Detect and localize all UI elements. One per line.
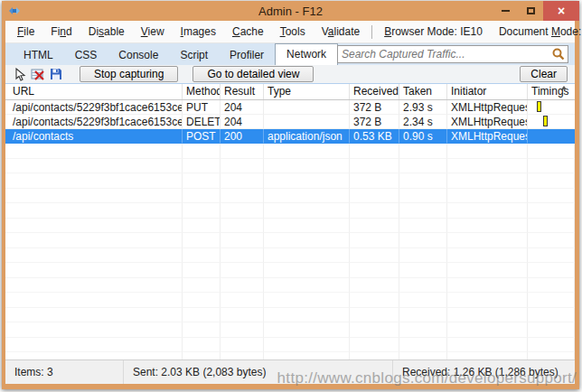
minimize-button[interactable] bbox=[493, 1, 518, 21]
menu-item-validate[interactable]: Validate bbox=[314, 25, 369, 38]
cell-timings bbox=[528, 100, 575, 115]
search-icon[interactable] bbox=[551, 47, 566, 61]
titlebar[interactable]: Admin - F12 × bbox=[2, 1, 579, 21]
empty-cell bbox=[221, 233, 264, 248]
empty-cell bbox=[5, 248, 183, 264]
menu-item-view[interactable]: View bbox=[133, 25, 173, 38]
empty-grid-row bbox=[5, 338, 575, 353]
empty-cell bbox=[221, 308, 264, 323]
clear-entries-icon[interactable] bbox=[29, 67, 47, 82]
tab-css[interactable]: CSS bbox=[64, 46, 108, 65]
menu-item-tools[interactable]: Tools bbox=[272, 25, 314, 38]
status-bar: Items: 3 Sent: 2.03 KB (2,083 bytes) Rec… bbox=[5, 359, 575, 384]
empty-cell bbox=[350, 278, 399, 294]
empty-cell bbox=[264, 352, 350, 359]
column-header-type[interactable]: Type bbox=[264, 84, 350, 99]
menu-item-browser-mode[interactable]: Browser Mode: IE10 bbox=[376, 25, 491, 38]
cell-initiator: XMLHttpRequest bbox=[447, 115, 528, 129]
empty-cell bbox=[5, 233, 183, 248]
tab-script[interactable]: Script bbox=[169, 46, 219, 65]
sort-ascending-icon bbox=[561, 86, 567, 89]
cell-result: 204 bbox=[221, 100, 264, 115]
empty-cell bbox=[350, 173, 399, 189]
stop-capturing-button[interactable]: Stop capturing bbox=[80, 66, 178, 82]
tab-html[interactable]: HTML bbox=[13, 46, 64, 65]
menu-item-document-mode[interactable]: Document Mode: Standards bbox=[491, 25, 582, 38]
column-header-method[interactable]: Method bbox=[183, 84, 221, 99]
empty-cell bbox=[399, 189, 447, 204]
column-header-taken[interactable]: Taken bbox=[399, 84, 447, 99]
cell-received: 372 B bbox=[350, 115, 399, 129]
empty-grid-row bbox=[5, 203, 575, 219]
empty-cell bbox=[264, 233, 350, 248]
menu-separator bbox=[371, 25, 372, 39]
empty-cell bbox=[221, 278, 264, 294]
empty-cell bbox=[221, 173, 264, 189]
empty-cell bbox=[350, 248, 399, 264]
empty-cell bbox=[399, 233, 447, 248]
empty-cell bbox=[528, 144, 575, 159]
empty-cell bbox=[528, 233, 575, 248]
empty-cell bbox=[528, 219, 575, 234]
empty-cell bbox=[221, 248, 264, 264]
maximize-icon bbox=[527, 7, 535, 14]
column-header-timings[interactable]: Timings bbox=[528, 84, 575, 99]
column-header-initiator[interactable]: Initiator bbox=[447, 84, 528, 99]
tab-console[interactable]: Console bbox=[108, 46, 169, 65]
empty-cell bbox=[5, 263, 183, 278]
empty-cell bbox=[350, 233, 399, 248]
select-element-pointer-icon[interactable] bbox=[11, 67, 29, 82]
empty-cell bbox=[5, 278, 183, 294]
empty-cell bbox=[221, 263, 264, 278]
empty-grid-row bbox=[5, 159, 575, 174]
tab-strip: HTMLCSSConsoleScriptProfilerNetwork bbox=[5, 43, 575, 65]
empty-cell bbox=[350, 338, 399, 353]
column-header-url[interactable]: URL bbox=[5, 84, 183, 99]
column-header-received[interactable]: Received bbox=[350, 84, 399, 99]
empty-cell bbox=[264, 159, 350, 174]
timing-bar bbox=[537, 101, 541, 112]
menu-item-cache[interactable]: Cache bbox=[224, 25, 272, 38]
empty-cell bbox=[221, 144, 264, 159]
close-button[interactable]: × bbox=[543, 1, 579, 21]
search-input[interactable] bbox=[338, 48, 551, 61]
cell-url: /api/contacts/5229f3bf1cace6153ceec264 bbox=[5, 115, 183, 129]
menu-item-disable[interactable]: Disable bbox=[80, 25, 133, 38]
empty-cell bbox=[264, 203, 350, 219]
empty-cell bbox=[221, 189, 264, 204]
request-row[interactable]: /api/contacts/5229f3bf1cace6153ceec264PU… bbox=[5, 100, 575, 115]
menu-item-images[interactable]: Images bbox=[173, 25, 224, 38]
empty-cell bbox=[447, 322, 528, 338]
empty-cell bbox=[5, 203, 183, 219]
menu-item-file[interactable]: File bbox=[9, 25, 42, 38]
request-row[interactable]: /api/contactsPOST200application/json0.53… bbox=[5, 129, 575, 144]
status-received-bytes: Received: 1.26 KB (1,286 bytes) bbox=[392, 360, 575, 384]
empty-cell bbox=[399, 173, 447, 189]
empty-grid-row bbox=[5, 278, 575, 294]
cell-method: DELETE bbox=[183, 115, 221, 129]
tab-profiler[interactable]: Profiler bbox=[219, 46, 275, 65]
cell-initiator: XMLHttpRequest bbox=[447, 100, 528, 115]
empty-cell bbox=[264, 144, 350, 159]
empty-grid-row bbox=[5, 173, 575, 189]
empty-cell bbox=[5, 159, 183, 174]
empty-cell bbox=[528, 263, 575, 278]
cell-taken: 2.34 s bbox=[399, 115, 447, 129]
clear-button[interactable]: Clear bbox=[520, 66, 568, 82]
screenshot-frame: Admin - F12 × FileFindDisableViewImagesC… bbox=[0, 0, 582, 392]
empty-cell bbox=[447, 338, 528, 353]
empty-cell bbox=[399, 322, 447, 338]
go-to-detailed-view-button[interactable]: Go to detailed view bbox=[192, 66, 314, 82]
empty-cell bbox=[183, 293, 221, 308]
empty-cell bbox=[183, 219, 221, 234]
empty-cell bbox=[183, 248, 221, 264]
empty-cell bbox=[528, 322, 575, 338]
column-header-result[interactable]: Result bbox=[221, 84, 264, 99]
maximize-button[interactable] bbox=[518, 1, 543, 21]
menu-item-find[interactable]: Find bbox=[42, 25, 80, 38]
network-request-table: URLMethodResultTypeReceivedTakenInitiato… bbox=[5, 84, 575, 359]
cell-method: PUT bbox=[183, 100, 221, 115]
save-icon[interactable] bbox=[47, 67, 65, 82]
tab-network[interactable]: Network bbox=[275, 43, 338, 65]
request-row[interactable]: /api/contacts/5229f3bf1cace6153ceec264DE… bbox=[5, 115, 575, 129]
